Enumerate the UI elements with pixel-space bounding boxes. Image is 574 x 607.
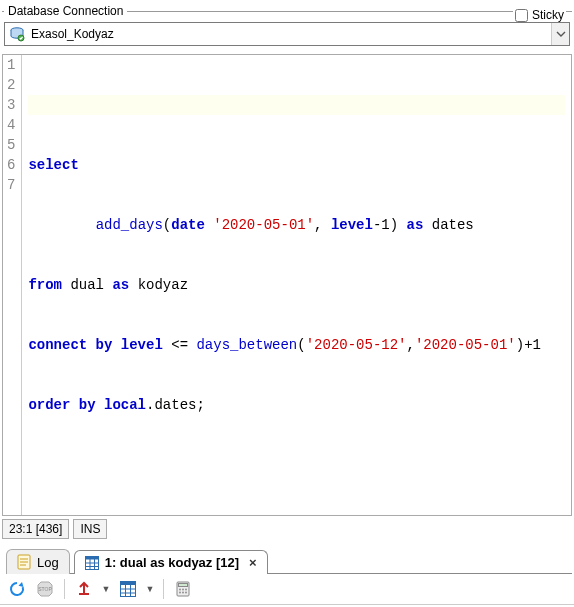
export-dropdown-arrow[interactable]: ▼ <box>101 584 111 594</box>
close-icon[interactable]: × <box>249 555 257 570</box>
calculator-button[interactable] <box>172 578 194 600</box>
editor-content[interactable]: select add_days(date '2020-05-01', level… <box>22 55 571 515</box>
grid-view-button[interactable] <box>117 578 139 600</box>
svg-point-27 <box>182 592 184 594</box>
connection-name: Exasol_Kodyaz <box>27 27 551 41</box>
results-toolbar: STOP ▼ ▼ <box>0 574 574 605</box>
refresh-button[interactable] <box>6 578 28 600</box>
stop-button[interactable]: STOP <box>34 578 56 600</box>
svg-point-23 <box>179 589 181 591</box>
svg-point-28 <box>185 592 187 594</box>
tab-log-label: Log <box>37 555 59 570</box>
grid-icon <box>85 556 99 570</box>
cursor-position: 23:1 [436] <box>2 519 69 539</box>
svg-rect-22 <box>179 584 188 587</box>
svg-point-26 <box>179 592 181 594</box>
svg-rect-14 <box>79 593 89 595</box>
svg-rect-7 <box>85 556 98 559</box>
database-icon <box>7 24 27 44</box>
svg-text:STOP: STOP <box>38 586 52 592</box>
sticky-option[interactable]: Sticky <box>513 8 566 22</box>
tab-result-label: 1: dual as kodyaz [12] <box>105 555 239 570</box>
tab-log[interactable]: Log <box>6 549 70 574</box>
editor-status-bar: 23:1 [436] INS <box>0 516 574 542</box>
connection-dropdown[interactable]: Exasol_Kodyaz <box>4 22 570 46</box>
export-button[interactable] <box>73 578 95 600</box>
editor-gutter: 1234567 <box>3 55 22 515</box>
sticky-checkbox[interactable] <box>515 9 528 22</box>
database-connection-legend: Database Connection <box>4 4 127 18</box>
insert-mode: INS <box>73 519 107 539</box>
svg-point-25 <box>185 589 187 591</box>
log-icon <box>17 554 31 570</box>
result-tabs: Log 1: dual as kodyaz [12] × <box>6 548 572 574</box>
chevron-down-icon[interactable] <box>551 23 569 45</box>
database-connection-group: Database Connection Sticky Exasol_Kodyaz <box>2 4 572 52</box>
svg-rect-16 <box>121 582 136 586</box>
grid-dropdown-arrow[interactable]: ▼ <box>145 584 155 594</box>
sql-editor[interactable]: 1234567 select add_days(date '2020-05-01… <box>2 54 572 516</box>
svg-point-24 <box>182 589 184 591</box>
tab-result[interactable]: 1: dual as kodyaz [12] × <box>74 550 268 574</box>
sticky-label: Sticky <box>532 8 564 22</box>
